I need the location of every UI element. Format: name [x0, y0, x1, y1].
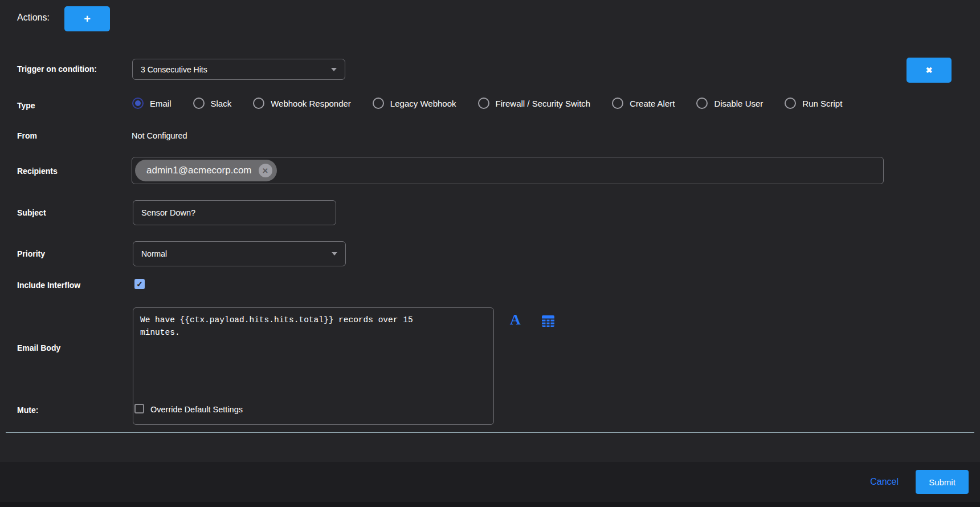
radio-icon	[478, 98, 489, 109]
footer-bar: Cancel Submit	[0, 462, 980, 502]
radio-option-firewall-security-switch[interactable]: Firewall / Security Switch	[478, 98, 591, 109]
subject-label: Subject	[17, 208, 46, 217]
table-insert-icon[interactable]	[542, 315, 554, 327]
radio-option-label: Run Script	[802, 99, 842, 108]
radio-icon	[696, 98, 708, 109]
radio-option-label: Webhook Responder	[271, 99, 351, 108]
submit-button[interactable]: Submit	[916, 470, 969, 494]
remove-action-button[interactable]: ✖	[906, 58, 952, 83]
radio-option-label: Create Alert	[630, 99, 675, 108]
include-interflow-checkbox[interactable]: ✓	[134, 279, 145, 289]
radio-option-label: Email	[150, 99, 172, 108]
recipient-chip: admin1@acmecorp.com✕	[135, 160, 277, 181]
radio-option-slack[interactable]: Slack	[193, 98, 232, 109]
recipients-label: Recipients	[17, 167, 58, 176]
mute-override-label: Override Default Settings	[150, 405, 243, 414]
radio-icon	[193, 98, 205, 109]
radio-icon	[612, 98, 623, 109]
priority-label: Priority	[17, 249, 45, 258]
radio-option-label: Legacy Webhook	[390, 99, 456, 108]
chevron-down-icon	[331, 68, 337, 71]
radio-option-disable-user[interactable]: Disable User	[696, 98, 763, 109]
add-action-button[interactable]: +	[64, 6, 110, 31]
close-icon: ✖	[926, 66, 933, 75]
from-label: From	[17, 131, 37, 140]
chip-remove-icon[interactable]: ✕	[259, 164, 272, 177]
trigger-condition-select[interactable]: 3 Consecutive Hits	[132, 59, 345, 80]
radio-icon	[253, 98, 264, 109]
radio-option-webhook-responder[interactable]: Webhook Responder	[253, 98, 351, 109]
include-interflow-label: Include Interflow	[17, 281, 80, 290]
recipient-chip-text: admin1@acmecorp.com	[146, 165, 252, 176]
actions-label: Actions:	[17, 13, 50, 23]
radio-icon	[373, 98, 384, 109]
mute-label: Mute:	[17, 405, 38, 415]
cancel-button[interactable]: Cancel	[870, 477, 899, 487]
action-editor-panel: Actions: + Trigger on condition: 3 Conse…	[0, 0, 980, 507]
trigger-condition-value: 3 Consecutive Hits	[141, 65, 207, 74]
mute-override-checkbox[interactable]: ✓	[134, 404, 144, 413]
radio-option-label: Slack	[211, 99, 232, 108]
subject-input[interactable]	[133, 200, 336, 225]
radio-icon	[132, 98, 144, 109]
radio-option-email[interactable]: Email	[132, 98, 172, 109]
radio-icon	[785, 98, 796, 109]
type-radio-group: EmailSlackWebhook ResponderLegacy Webhoo…	[132, 98, 842, 109]
radio-option-legacy-webhook[interactable]: Legacy Webhook	[373, 98, 456, 109]
from-value: Not Configured	[132, 131, 187, 140]
radio-option-run-script[interactable]: Run Script	[785, 98, 842, 109]
chevron-down-icon	[332, 252, 337, 255]
section-divider	[6, 432, 974, 433]
plus-icon: +	[84, 13, 91, 25]
radio-option-label: Firewall / Security Switch	[496, 99, 591, 108]
type-label: Type	[17, 101, 35, 110]
font-format-icon[interactable]: A	[510, 313, 521, 327]
priority-value: Normal	[141, 249, 167, 258]
bottom-strip	[0, 502, 980, 507]
radio-option-create-alert[interactable]: Create Alert	[612, 98, 675, 109]
email-body-label: Email Body	[17, 343, 60, 352]
radio-option-label: Disable User	[714, 99, 763, 108]
trigger-condition-label: Trigger on condition:	[17, 64, 97, 74]
recipients-input[interactable]: admin1@acmecorp.com✕	[132, 157, 884, 184]
checkmark-icon: ✓	[136, 280, 143, 288]
priority-select[interactable]: Normal	[133, 241, 346, 266]
